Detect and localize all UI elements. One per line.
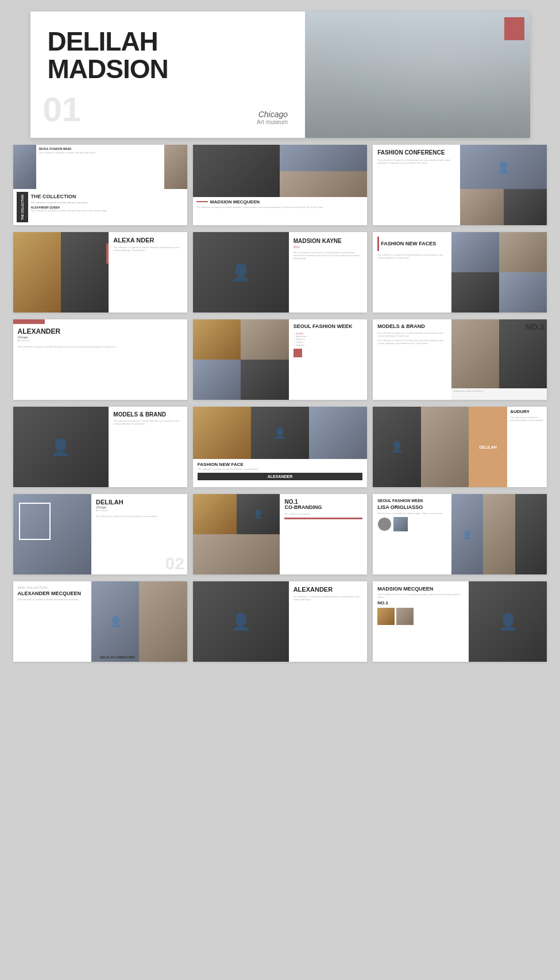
- slide-photo-2: [164, 145, 187, 189]
- small-photos-row: [377, 517, 446, 531]
- seoul-title: SEOUL FASHION WEEK: [293, 324, 362, 330]
- slide-left: FASHION CONFERENCE The collection is ins…: [373, 145, 460, 225]
- rph3: [515, 494, 547, 574]
- slide-side-photos: [280, 145, 367, 197]
- cobranding-body: The collection is inspired.: [284, 512, 362, 515]
- alexander-bar: ALEXANDER: [198, 473, 362, 480]
- big-num: 02: [165, 554, 184, 573]
- slide-right-info: MADSION KAYNE 2022 These attributes are …: [289, 232, 367, 312]
- hero-number: 01: [43, 90, 82, 129]
- white-frame: [19, 503, 51, 540]
- slide-the-collection: SEOUL FASHION WEEK The collection is ins…: [13, 145, 187, 225]
- slide-photo-1: [13, 145, 36, 189]
- photo-row-1: 👤: [193, 494, 280, 534]
- slide-right-photos: 👤: [91, 581, 187, 662]
- mm-small-photos: [377, 608, 464, 625]
- models-body: The collection is inspired to include dr…: [377, 331, 446, 337]
- slide-photo-top: [280, 145, 367, 171]
- accent-sq: [293, 349, 302, 357]
- photos-grid: [193, 319, 289, 400]
- alexander-title: ALEXA NDER: [113, 237, 182, 244]
- slide-right-info: SEOUL FASHION WEEK — Delilah — Alexander…: [289, 319, 367, 400]
- side-label-text: THE COLLECTION: [21, 195, 24, 220]
- alexander2-title: ALEXANDER: [18, 327, 183, 335]
- slide-left-photos: 👤: [373, 407, 469, 487]
- hero-title-line1: DELILAH: [48, 28, 288, 55]
- photo-left1: 👤: [373, 407, 420, 487]
- accent-v: [377, 237, 379, 251]
- photo-bot-right: [499, 272, 547, 312]
- slide-photo-left: [13, 232, 61, 312]
- slide-left-content: MADSION MECQUEEN These attributes are th…: [373, 581, 469, 662]
- slide-fashion-conference: FASHION CONFERENCE The collection is ins…: [373, 145, 547, 225]
- hero-slide: DELILAH MADSION 01 Chicago Art museum 👤: [30, 11, 530, 138]
- grid-photo-1: [193, 319, 241, 360]
- models-title: MODELS & BRAND: [377, 324, 446, 330]
- photo-top-left: [451, 232, 499, 272]
- nc-photo-2: [139, 581, 187, 662]
- slide-photo-main: 👤: [460, 145, 547, 189]
- slide-right-content: NO.1 CO-BRANDING The collection is inspi…: [280, 494, 367, 574]
- slide-seoul-fw: SEOUL FASHION WEEK — Delilah — Alexander…: [193, 319, 367, 400]
- right-bottom-photos: [451, 272, 547, 312]
- seoul2-label: SEOUL FASHION WEEK: [377, 499, 446, 503]
- slide-photos: 👤: [193, 494, 280, 574]
- slides-row-3: ALEXANDER Chicago Art museum The collect…: [13, 319, 547, 400]
- slide-bottom-label: FASHION NEW FACE The collection is inspi…: [193, 459, 367, 487]
- red-bar: [13, 319, 45, 324]
- hero-person: 👤: [305, 11, 530, 138]
- person-main: 👤: [13, 407, 109, 487]
- amecqueen-body: The collection is inspired to include dr…: [18, 598, 96, 601]
- person-icon: 👤: [460, 145, 547, 189]
- amecqueen-title: ALEXANDER MECQUEEN: [18, 591, 96, 596]
- main-container: DELILAH MADSION 01 Chicago Art museum 👤 …: [11, 11, 549, 662]
- slide-madsion-no1: MADSION MECQUEEN These attributes are th…: [373, 581, 547, 662]
- slide-right-photos: [451, 232, 547, 312]
- photo-1: [193, 407, 251, 459]
- alex3-body: The collection is inspired to include dr…: [293, 595, 362, 601]
- hero-image-area: 👤: [305, 11, 530, 138]
- slide-content: ALEXANDER Chicago Art museum The collect…: [13, 324, 187, 400]
- fnf-title: FASHION NEW FACE: [198, 462, 362, 467]
- slide-right-photos: 👤: [451, 494, 547, 574]
- slides-row-6: New collection ALEXANDER MECQUEEN The co…: [13, 581, 547, 662]
- lisa-body: Give the face, so outside all modern sty…: [377, 512, 446, 515]
- fnf-body: The collection is inspired to include dr…: [198, 468, 362, 470]
- accent-block: [106, 244, 109, 264]
- info-row: MADSION MECQUEEN: [196, 199, 364, 205]
- no3-badge: NO.3: [526, 322, 544, 331]
- slide-bottom-info: MADSION MECQUEEN The collection is inspi…: [193, 197, 367, 225]
- photo-bot-left: [451, 272, 499, 312]
- slide-alexander-dark: 👤 ALEXANDER The collection is inspired t…: [193, 581, 367, 662]
- slide-top-photos: [193, 145, 367, 197]
- slide-right-content: ALEXANDER The collection is inspired to …: [289, 581, 367, 662]
- accent-line: [196, 201, 208, 202]
- photo-top-right: [499, 232, 547, 272]
- slide-delilah-frame: DELILAH Chicago Art museum The collectio…: [13, 494, 187, 574]
- slide-madsion-kayne: 👤 MADSION KAYNE 2022 These attributes ar…: [193, 232, 367, 312]
- slide-main-photo: 👤: [13, 407, 109, 487]
- models2-body: The collection is inspired to include dr…: [113, 419, 182, 425]
- models2-title: MODELS & BRAND: [113, 411, 182, 418]
- body-text: The collection is inspired to include dr…: [39, 151, 161, 154]
- slide-models-brand: MODELS & BRAND The collection is inspire…: [373, 319, 547, 400]
- new-coll-label: New collection: [18, 586, 96, 589]
- hero-venue: Art museum: [257, 119, 288, 125]
- bottom-text: THE COLLECTION The collection is inspire…: [28, 192, 184, 222]
- seoul-label: SEOUL FASHION WEEK: [39, 147, 161, 151]
- nc-photo-1: 👤: [91, 581, 139, 662]
- slide-photos-row: 👤: [193, 407, 367, 459]
- extra-body: The collection is inspired to include dr…: [377, 339, 446, 345]
- slide-bottom-row: THE COLLECTION THE COLLECTION The collec…: [13, 189, 187, 225]
- slide-fashion-new-faces: FASHION NEW FACES The collection is insp…: [373, 232, 547, 312]
- slide-right: 👤: [460, 145, 547, 225]
- square-photo: [393, 517, 408, 531]
- accent-square: [293, 349, 362, 357]
- mm-body: These attributes are the core to inspiri…: [377, 593, 464, 599]
- mm-ph2: [396, 608, 414, 625]
- hero-title: DELILAH MADSION: [48, 28, 288, 83]
- slides-row-5: DELILAH Chicago Art museum The collectio…: [13, 494, 547, 574]
- collection-title: THE COLLECTION: [31, 194, 181, 200]
- grid-photo-3: [193, 360, 241, 400]
- photo-left2: [421, 407, 469, 487]
